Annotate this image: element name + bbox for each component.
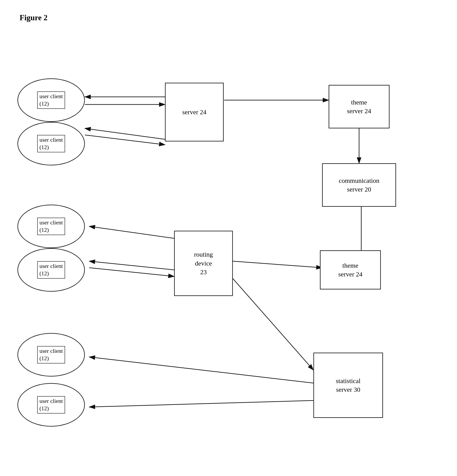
communication-server-20-node: communicationserver 20 (322, 163, 396, 207)
figure-label: Figure 2 (20, 13, 47, 22)
arrow-server24-to-client2 (85, 128, 165, 139)
user-client-1-box: user client(12) (37, 91, 65, 109)
arrow-statistical-to-client5 (89, 357, 313, 383)
arrow-routing-to-theme24bottom (233, 261, 322, 268)
routing-device-23-label: routingdevice23 (194, 250, 213, 277)
user-client-4-box: user client(12) (37, 261, 65, 279)
user-client-5-box: user client(12) (37, 346, 65, 364)
user-client-1-label: user client(12) (39, 93, 63, 107)
theme-server-24-top-label: themeserver 24 (347, 98, 371, 116)
user-client-3-label: user client(12) (39, 219, 63, 233)
theme-server-24-top-node: themeserver 24 (329, 85, 389, 128)
user-client-5-ellipse: user client(12) (17, 333, 85, 376)
theme-server-24-bottom-node: themeserver 24 (320, 250, 381, 289)
user-client-6-ellipse: user client(12) (17, 383, 85, 427)
user-client-6-label: user client(12) (39, 398, 63, 412)
arrow-client2-to-server24 (85, 135, 165, 145)
server-24-node: server 24 (165, 83, 224, 142)
user-client-2-box: user client(12) (37, 135, 65, 152)
user-client-3-ellipse: user client(12) (17, 204, 85, 248)
theme-server-24-bottom-label: themeserver 24 (339, 261, 363, 279)
communication-server-20-label: communicationserver 20 (339, 176, 380, 194)
user-client-3-box: user client(12) (37, 218, 65, 235)
user-client-4-label: user client(12) (39, 263, 63, 277)
arrow-routing-to-client3 (89, 226, 174, 238)
user-client-2-label: user client(12) (39, 137, 63, 150)
user-client-5-label: user client(12) (39, 348, 63, 362)
user-client-1-ellipse: user client(12) (17, 78, 85, 122)
arrow-routing-to-statistical (233, 279, 313, 370)
user-client-4-ellipse: user client(12) (17, 248, 85, 292)
user-client-2-ellipse: user client(12) (17, 122, 85, 165)
arrow-client4-to-routing (89, 268, 174, 276)
server-24-label: server 24 (182, 108, 206, 117)
arrow-statistical-to-client6 (89, 400, 313, 407)
routing-device-23-node: routingdevice23 (174, 231, 233, 296)
statistical-server-30-label: statisticalserver 30 (336, 376, 360, 394)
user-client-6-box: user client(12) (37, 396, 65, 414)
arrow-routing-to-client4 (89, 261, 174, 270)
statistical-server-30-node: statisticalserver 30 (313, 353, 383, 418)
